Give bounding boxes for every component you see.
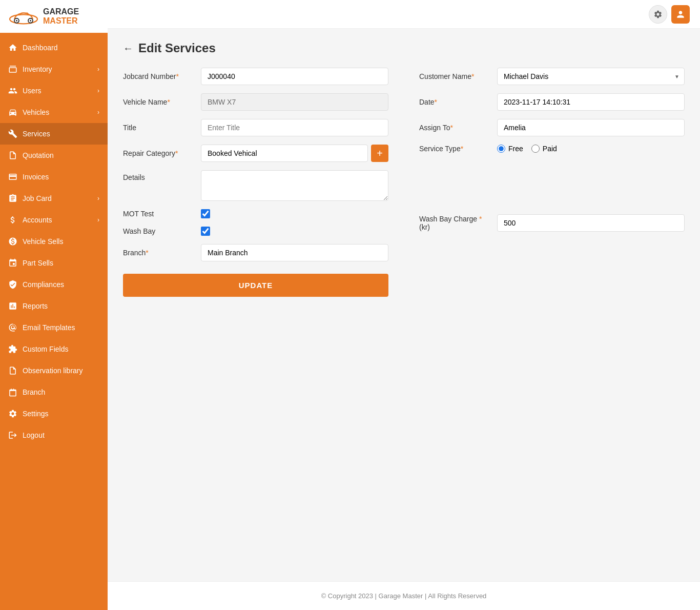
title-input[interactable] [201, 119, 388, 136]
add-repair-category-button[interactable]: + [371, 145, 388, 162]
topbar-user-avatar[interactable] [671, 5, 690, 24]
service-type-paid-option[interactable]: Paid [531, 145, 557, 153]
sidebar-item-vehicle-sells[interactable]: Vehicle Sells [0, 231, 108, 252]
logout-icon [8, 431, 17, 440]
jobcard-number-input[interactable] [201, 68, 388, 85]
service-type-paid-radio[interactable] [531, 145, 540, 153]
sidebar-item-observation-library[interactable]: Observation library [0, 360, 108, 381]
reports-icon [8, 301, 17, 311]
chevron-right-icon: › [97, 66, 99, 73]
sidebar-item-users[interactable]: Users › [0, 80, 108, 101]
form-right-column: Customer Name* Michael Davis Date* [419, 68, 685, 297]
accounts-icon [8, 215, 17, 225]
service-type-label: Service Type* [419, 145, 491, 153]
service-type-radio-group: Free Paid [497, 145, 557, 153]
sidebar-label-vehicle-sells: Vehicle Sells [23, 237, 63, 246]
date-label: Date* [419, 98, 491, 106]
service-type-free-option[interactable]: Free [497, 145, 523, 153]
custom-fields-icon [8, 344, 17, 354]
back-button[interactable]: ← [123, 43, 133, 54]
sidebar-item-quotation[interactable]: Quotation [0, 145, 108, 166]
date-input[interactable] [497, 93, 685, 111]
settings-icon [8, 409, 17, 418]
chevron-right-icon: › [97, 87, 99, 94]
logo-garage: GARAGE [43, 7, 79, 16]
sidebar-label-logout: Logout [23, 431, 45, 439]
sidebar-item-settings[interactable]: Settings [0, 403, 108, 424]
sidebar-label-part-sells: Part Sells [23, 259, 53, 267]
quotation-icon [8, 151, 17, 160]
sidebar-item-services[interactable]: Services [0, 123, 108, 145]
svg-point-3 [16, 20, 17, 22]
repair-category-label: Repair Category* [123, 149, 195, 157]
sidebar-label-inventory: Inventory [23, 65, 52, 73]
sidebar-label-compliances: Compliances [23, 280, 64, 289]
customer-name-select[interactable]: Michael Davis [497, 68, 685, 85]
sidebar-item-vehicles[interactable]: Vehicles › [0, 101, 108, 123]
vehicle-name-row: Vehicle Name* [123, 93, 388, 111]
footer-text: © Copyright 2023 | Garage Master | All R… [321, 592, 487, 600]
jobcard-icon [8, 194, 17, 203]
wash-bay-checkbox[interactable] [201, 227, 210, 236]
sidebar-item-logout[interactable]: Logout [0, 424, 108, 446]
email-templates-icon [8, 323, 17, 332]
sidebar-item-branch[interactable]: Branch [0, 381, 108, 403]
sidebar-item-email-templates[interactable]: Email Templates [0, 317, 108, 338]
service-type-paid-label: Paid [543, 145, 557, 153]
sidebar-item-invoices[interactable]: Invoices [0, 166, 108, 188]
sidebar-item-compliances[interactable]: Compliances [0, 274, 108, 295]
invoices-icon [8, 172, 17, 181]
date-row: Date* [419, 93, 685, 111]
logo-master: MASTER [43, 16, 79, 26]
topbar-gear-button[interactable] [649, 5, 667, 24]
sidebar-item-dashboard[interactable]: Dashboard [0, 37, 108, 58]
sidebar-item-accounts[interactable]: Accounts › [0, 209, 108, 231]
sidebar-label-quotation: Quotation [23, 151, 54, 159]
assign-to-input[interactable] [497, 119, 685, 136]
sidebar-nav: Dashboard Inventory › Users › Vehicles › [0, 33, 108, 610]
details-textarea[interactable] [201, 170, 388, 201]
wash-bay-label: Wash Bay [123, 227, 195, 235]
logo-text: GARAGE MASTER [43, 7, 79, 25]
part-sells-icon [8, 258, 17, 268]
title-row: Title [123, 119, 388, 136]
mot-test-checkbox[interactable] [201, 209, 210, 218]
vehicle-name-input[interactable] [201, 93, 388, 111]
gear-icon [653, 10, 663, 19]
sidebar-item-jobcard[interactable]: Job Card › [0, 188, 108, 209]
assign-to-label: Assign To* [419, 124, 491, 132]
sidebar-item-part-sells[interactable]: Part Sells [0, 252, 108, 274]
logo: GARAGE MASTER [0, 0, 108, 33]
topbar [108, 0, 700, 29]
topbar-actions [649, 5, 690, 24]
wash-bay-row: Wash Bay [123, 227, 388, 236]
sidebar-item-reports[interactable]: Reports [0, 295, 108, 317]
inventory-icon [8, 65, 17, 74]
repair-category-wrapper: + [201, 145, 388, 162]
service-type-free-label: Free [508, 145, 523, 153]
sidebar-item-custom-fields[interactable]: Custom Fields [0, 338, 108, 360]
mot-test-row: MOT Test [123, 209, 388, 218]
wash-bay-charge-row: Wash Bay Charge * (kr) [419, 214, 685, 232]
wash-bay-charge-input[interactable] [497, 214, 685, 232]
service-type-free-radio[interactable] [497, 145, 505, 153]
sidebar-label-custom-fields: Custom Fields [23, 345, 68, 353]
sidebar-label-branch: Branch [23, 388, 45, 396]
branch-row: Branch* [123, 244, 388, 261]
title-label: Title [123, 124, 195, 132]
observation-library-icon [8, 366, 17, 375]
sidebar-label-invoices: Invoices [23, 173, 49, 181]
update-button[interactable]: UPDATE [123, 274, 388, 297]
branch-input[interactable] [201, 244, 388, 261]
details-label: Details [123, 170, 195, 181]
sidebar-item-inventory[interactable]: Inventory › [0, 58, 108, 80]
sidebar-label-vehicles: Vehicles [23, 108, 49, 116]
assign-to-row: Assign To* [419, 119, 685, 136]
mot-test-label: MOT Test [123, 210, 195, 218]
logo-icon [8, 6, 39, 27]
footer: © Copyright 2023 | Garage Master | All R… [108, 581, 700, 610]
vehicle-sells-icon [8, 237, 17, 246]
page-header: ← Edit Services [123, 41, 685, 55]
repair-category-input[interactable] [201, 145, 368, 162]
page-content: ← Edit Services Jobcard Number* Vehicle … [108, 29, 700, 581]
